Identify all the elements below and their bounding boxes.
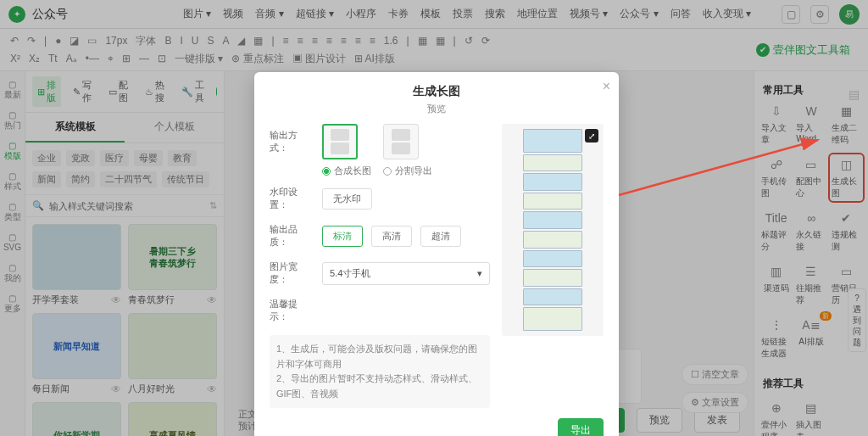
- quality-option[interactable]: 高清: [371, 226, 412, 247]
- category-tag[interactable]: 母婴: [134, 150, 163, 166]
- sub-tab[interactable]: 系统模板: [25, 113, 125, 143]
- fmt-button[interactable]: I: [180, 35, 182, 47]
- fmt-button[interactable]: ▦: [436, 35, 445, 47]
- mobile-icon[interactable]: ▢: [782, 5, 800, 24]
- tool-生成长图[interactable]: ◫生成长图: [830, 154, 863, 201]
- sub-tab[interactable]: 个人模板: [125, 113, 224, 143]
- rail-item[interactable]: ▢热门: [0, 110, 25, 131]
- tool-短链接生成器[interactable]: ⋮短链接生成器: [760, 315, 793, 361]
- top-menu-item[interactable]: 视频号 ▾: [570, 7, 608, 21]
- fmt-button[interactable]: ≡: [283, 35, 289, 47]
- fmt-button[interactable]: ⊞ AI排版: [354, 52, 395, 66]
- rail-item[interactable]: ▢模版: [0, 141, 25, 161]
- tool-标题评分[interactable]: Title标题评分: [760, 208, 793, 254]
- tool-插入图表[interactable]: ▤插入图表: [794, 398, 827, 436]
- top-menu-item[interactable]: 地理位置: [517, 7, 558, 21]
- fmt-button[interactable]: ↺: [465, 35, 473, 47]
- top-menu-item[interactable]: 投票: [453, 7, 473, 21]
- fmt-button[interactable]: Aₐ: [66, 53, 77, 64]
- template-card[interactable]: 八月好时光👁: [128, 313, 217, 395]
- rail-item[interactable]: ▢最新: [0, 80, 25, 100]
- radio-merge[interactable]: 合成长图: [322, 165, 371, 177]
- template-card[interactable]: 开学季套装👁: [32, 224, 121, 306]
- template-card[interactable]: 你好新学期你好新学期👁: [32, 402, 121, 436]
- tool-导入文章[interactable]: ⇩导入文章: [760, 101, 793, 148]
- fmt-button[interactable]: ▭: [87, 35, 97, 47]
- fmt-button[interactable]: —: [139, 53, 149, 64]
- category-tag[interactable]: 企业: [32, 150, 61, 166]
- fmt-button[interactable]: ⊞: [122, 53, 131, 64]
- fmt-button[interactable]: X²: [10, 53, 20, 64]
- fmt-button[interactable]: 1.6: [384, 35, 398, 47]
- left-tab[interactable]: ♨热搜: [140, 76, 170, 107]
- top-menu-item[interactable]: 收入变现 ▾: [703, 7, 751, 21]
- category-tag[interactable]: 简约: [66, 171, 95, 187]
- tool-壹伴小程序[interactable]: ⊕壹伴小程序: [760, 398, 793, 436]
- rail-item[interactable]: ▢SVG: [0, 232, 25, 253]
- fmt-button[interactable]: A: [222, 35, 229, 47]
- fmt-button[interactable]: ⟳: [481, 35, 490, 47]
- top-menu-item[interactable]: 音频 ▾: [255, 7, 283, 21]
- avatar[interactable]: 易: [839, 4, 860, 25]
- fmt-button[interactable]: ⊡: [158, 53, 166, 64]
- expand-icon[interactable]: ⤢: [585, 129, 598, 143]
- fmt-button[interactable]: ≡: [298, 35, 303, 47]
- fmt-button[interactable]: ◢: [237, 35, 245, 47]
- tool-违规检测[interactable]: ✔违规检测: [830, 208, 863, 254]
- output-mode-split[interactable]: [383, 124, 419, 159]
- output-mode-merge[interactable]: [322, 124, 358, 159]
- fmt-button[interactable]: |: [406, 35, 409, 47]
- fmt-button[interactable]: ▦: [418, 35, 427, 47]
- tool-往期推荐[interactable]: ☰往期推荐: [794, 261, 827, 308]
- category-tag[interactable]: 传统节日: [162, 171, 209, 187]
- fmt-button[interactable]: S: [207, 35, 214, 47]
- top-menu-item[interactable]: 公众号 ▾: [620, 7, 658, 21]
- watermark-select[interactable]: 无水印: [322, 188, 372, 210]
- fmt-button[interactable]: ≡: [370, 35, 376, 47]
- filter-icon[interactable]: ⇅: [209, 200, 217, 211]
- fmt-button[interactable]: 字体: [136, 34, 156, 48]
- fmt-button[interactable]: Tt: [48, 53, 58, 64]
- fmt-button[interactable]: ▦: [253, 35, 263, 47]
- category-tag[interactable]: 党政: [66, 150, 95, 166]
- preview-icon[interactable]: 👁: [207, 383, 217, 395]
- width-select[interactable]: 5.4寸手机▾: [322, 262, 490, 285]
- top-menu-item[interactable]: 图片 ▾: [183, 7, 211, 21]
- tool-永久链接[interactable]: ∞永久链接: [794, 208, 827, 254]
- top-menu-item[interactable]: 视频: [223, 7, 243, 21]
- article-settings-button[interactable]: ⚙ 文章设置: [682, 392, 748, 413]
- fmt-button[interactable]: 17px: [105, 35, 127, 47]
- fmt-button[interactable]: |: [271, 35, 274, 47]
- tool-配图中心[interactable]: ▭配图中心: [794, 154, 827, 201]
- fmt-button[interactable]: •—: [86, 53, 99, 64]
- template-card[interactable]: 新闻早知道每日新闻👁: [32, 313, 121, 395]
- fmt-button[interactable]: ▣ 图片设计: [292, 52, 346, 66]
- fmt-button[interactable]: X₂: [29, 53, 40, 64]
- fmt-button[interactable]: ●: [55, 35, 61, 47]
- fmt-button[interactable]: U: [192, 35, 199, 47]
- fmt-button[interactable]: ↶: [10, 35, 19, 47]
- category-tag[interactable]: 二十四节气: [100, 171, 157, 187]
- fmt-button[interactable]: ≡: [326, 35, 332, 47]
- preview-icon[interactable]: 👁: [111, 294, 121, 306]
- rail-item[interactable]: ▢样式: [0, 171, 25, 192]
- top-menu-item[interactable]: 模板: [420, 7, 441, 21]
- fmt-button[interactable]: ◪: [70, 35, 79, 47]
- fmt-button[interactable]: ⊛ 重点标注: [231, 52, 283, 66]
- fmt-button[interactable]: B: [164, 35, 171, 47]
- left-tab[interactable]: ✎写作: [68, 76, 97, 107]
- template-card[interactable]: 暑期三下乡 青春筑梦行青春筑梦行👁: [128, 224, 217, 306]
- left-tab[interactable]: ▭配图: [103, 76, 133, 107]
- fmt-button[interactable]: |: [44, 35, 47, 47]
- top-menu-item[interactable]: 搜索: [485, 7, 505, 21]
- clear-article-button[interactable]: ☐ 清空文章: [682, 364, 748, 385]
- top-menu-item[interactable]: 卡券: [388, 7, 409, 21]
- close-icon[interactable]: ×: [603, 79, 610, 94]
- export-button[interactable]: 导出: [558, 418, 604, 436]
- preview-button[interactable]: 预览: [637, 408, 682, 433]
- top-menu-item[interactable]: 问答: [670, 7, 691, 21]
- top-menu-item[interactable]: 小程序: [346, 7, 376, 21]
- tool-生成二维码[interactable]: ▦生成二维码: [830, 101, 863, 148]
- tool-手机传图[interactable]: ☍手机传图: [760, 154, 793, 201]
- fmt-button[interactable]: 一键排版 ▾: [175, 52, 223, 66]
